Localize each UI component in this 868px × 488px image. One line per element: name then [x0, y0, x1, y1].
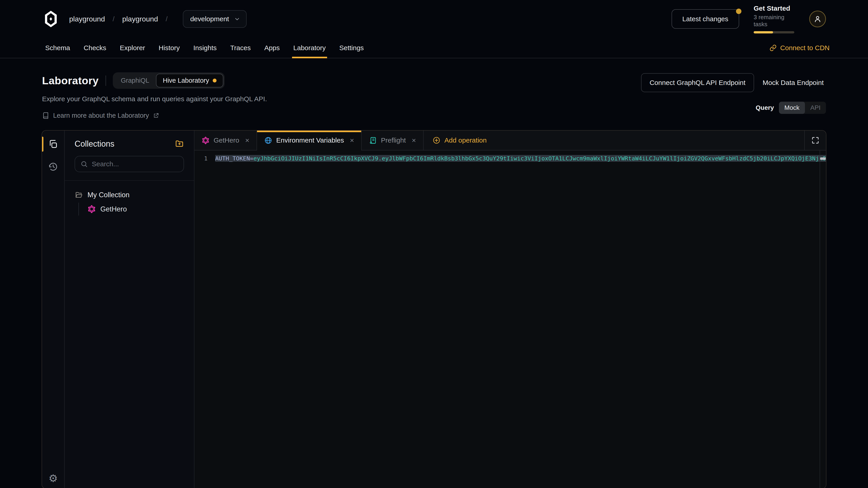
scrollbar-thumb[interactable]	[820, 158, 826, 160]
tab-label: GetHero	[214, 136, 239, 144]
env-var-value: eyJhbGciOiJIUzI1NiIsInR5cCI6IkpXVCJ9.eyJ…	[253, 155, 826, 162]
add-operation-button[interactable]: Add operation	[424, 131, 496, 150]
editor-column: GetHero × Environment Variables × Prefli…	[194, 131, 826, 488]
tab-preflight[interactable]: Preflight ×	[362, 131, 424, 150]
graphql-icon	[202, 136, 210, 144]
user-avatar[interactable]	[809, 11, 826, 27]
editor-scrollbar[interactable]	[819, 151, 826, 488]
get-started-subtitle: 3 remaining tasks	[754, 14, 795, 28]
env-var-name: AUTH_TOKEN	[215, 155, 250, 162]
operation-name: GetHero	[100, 205, 127, 213]
tab-label: Preflight	[381, 136, 406, 144]
tab-gethero[interactable]: GetHero ×	[194, 131, 257, 150]
history-icon	[48, 162, 58, 172]
code-content: AUTH_TOKEN=eyJhbGciOiJIUzI1NiIsInR5cCI6I…	[215, 155, 826, 162]
nav-item-settings[interactable]: Settings	[333, 38, 370, 58]
ui-mode-toggle: GraphiQL Hive Laboratory	[113, 72, 225, 89]
rail-history-button[interactable]	[42, 156, 64, 177]
search-icon	[81, 160, 88, 168]
get-started-widget[interactable]: Get Started 3 remaining tasks	[754, 4, 795, 33]
get-started-progressbar	[754, 31, 794, 33]
collections-title: Collections	[74, 139, 114, 149]
book-icon	[42, 112, 49, 119]
script-icon	[369, 136, 377, 144]
collection-children: GetHero	[79, 203, 184, 216]
nav-item-traces[interactable]: Traces	[223, 38, 258, 58]
nav-item-checks[interactable]: Checks	[77, 38, 113, 58]
tab-label: Environment Variables	[276, 136, 344, 144]
plus-circle-icon	[433, 136, 440, 144]
page-head-left: Laboratory GraphiQL Hive Laboratory Expl…	[42, 72, 267, 119]
nav-item-schema[interactable]: Schema	[38, 38, 77, 58]
app-header: playground / playground / development La…	[0, 0, 868, 38]
breadcrumb-project[interactable]: playground	[122, 15, 158, 23]
latest-changes-button[interactable]: Latest changes	[672, 9, 739, 29]
globe-icon	[264, 136, 272, 144]
collections-icon	[48, 139, 58, 149]
add-collection-button[interactable]	[175, 139, 184, 149]
mode-option-graphiql[interactable]: GraphiQL	[114, 74, 156, 87]
laboratory-panel: ⚙ Collections My Collectio	[41, 130, 827, 488]
nav-item-apps[interactable]: Apps	[257, 38, 286, 58]
breadcrumb-org[interactable]: playground	[69, 15, 105, 23]
nav-item-laboratory[interactable]: Laboratory	[287, 38, 333, 58]
learn-more-link[interactable]: Learn more about the Laboratory	[42, 112, 267, 119]
operation-row[interactable]: GetHero	[88, 205, 184, 213]
person-icon	[813, 15, 822, 23]
close-icon[interactable]: ×	[245, 136, 249, 144]
page-head-right: Connect GraphQL API Endpoint Mock Data E…	[641, 72, 826, 114]
target-selector[interactable]: development	[183, 10, 247, 28]
page-title: Laboratory	[42, 74, 99, 87]
search-input[interactable]	[92, 160, 179, 168]
learn-more-label: Learn more about the Laboratory	[53, 112, 149, 119]
header-right: Latest changes Get Started 3 remaining t…	[672, 4, 826, 33]
active-rail-indicator	[42, 137, 43, 152]
code-line: 1 AUTH_TOKEN=eyJhbGciOiJIUzI1NiIsInR5cCI…	[194, 155, 826, 162]
collection-name: My Collection	[88, 191, 129, 199]
get-started-progress-fill	[754, 31, 773, 33]
external-link-icon	[153, 113, 159, 119]
equals-sign: =	[250, 155, 253, 162]
connect-to-cdn-label: Connect to CDN	[780, 44, 830, 52]
nav-item-insights[interactable]: Insights	[186, 38, 223, 58]
chevron-down-icon	[234, 16, 240, 22]
connect-to-cdn-link[interactable]: Connect to CDN	[770, 38, 830, 58]
breadcrumb-separator: /	[166, 15, 167, 23]
graphql-icon	[88, 205, 96, 213]
title-divider	[105, 75, 106, 86]
hive-logo-icon[interactable]	[42, 10, 60, 28]
collections-search[interactable]	[74, 156, 184, 172]
environment-variables-editor[interactable]: 1 AUTH_TOKEN=eyJhbGciOiJIUzI1NiIsInR5cCI…	[194, 151, 826, 488]
folder-plus-icon	[175, 139, 184, 149]
nav-item-explorer[interactable]: Explorer	[113, 38, 152, 58]
tab-environment-variables[interactable]: Environment Variables ×	[257, 131, 362, 150]
segment-option-mock[interactable]: Mock	[779, 102, 805, 114]
segment-option-api[interactable]: API	[805, 102, 826, 114]
mode-option-label: Hive Laboratory	[163, 77, 209, 84]
notification-dot	[736, 8, 741, 14]
page-description: Explore your GraphQL schema and run quer…	[42, 95, 267, 103]
main-nav: Schema Checks Explorer History Insights …	[0, 38, 868, 58]
icon-rail: ⚙	[42, 131, 65, 488]
rail-collections-button[interactable]	[42, 134, 64, 155]
endpoint-segmented-control: Mock API	[779, 102, 826, 114]
line-number: 1	[194, 155, 215, 162]
close-icon[interactable]: ×	[412, 136, 416, 144]
settings-gear-icon[interactable]: ⚙	[49, 473, 58, 484]
link-icon	[770, 44, 777, 52]
collections-sidebar: Collections My Collection	[65, 131, 194, 488]
folder-open-icon	[74, 191, 83, 199]
mode-option-hive-laboratory[interactable]: Hive Laboratory	[156, 74, 223, 88]
fullscreen-button[interactable]	[804, 131, 826, 150]
tab-bar: GetHero × Environment Variables × Prefli…	[194, 131, 826, 151]
collection-folder-row[interactable]: My Collection	[74, 191, 184, 199]
fullscreen-icon	[811, 136, 819, 144]
mock-endpoint-button[interactable]: Mock Data Endpoint	[761, 74, 826, 92]
target-selector-value: development	[190, 15, 229, 23]
connect-endpoint-button[interactable]: Connect GraphQL API Endpoint	[641, 73, 754, 92]
page-head: Laboratory GraphiQL Hive Laboratory Expl…	[0, 58, 868, 119]
close-icon[interactable]: ×	[350, 136, 354, 144]
get-started-title: Get Started	[754, 4, 795, 12]
nav-item-history[interactable]: History	[152, 38, 186, 58]
query-toggle-label: Query	[756, 104, 774, 111]
